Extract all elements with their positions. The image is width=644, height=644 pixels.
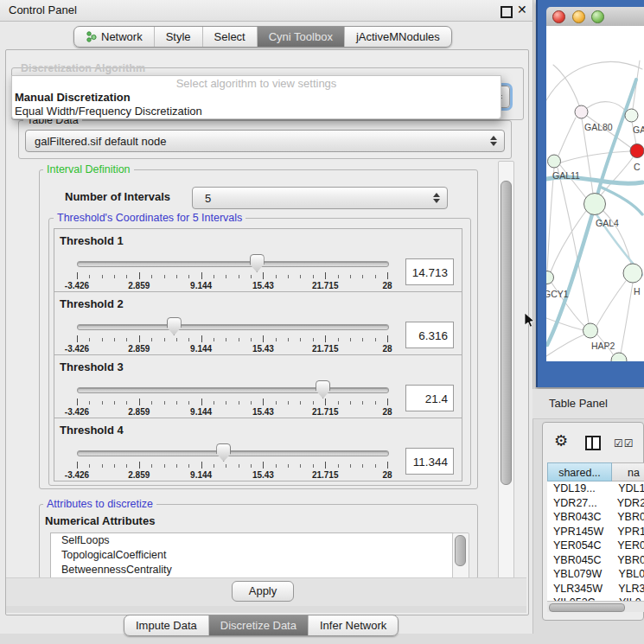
network-edge[interactable] <box>550 211 586 274</box>
table-row[interactable]: YPR145WYPR1 <box>547 525 644 539</box>
zoom-traffic-light[interactable] <box>591 10 604 23</box>
table-cell[interactable]: YBR045C <box>547 553 610 568</box>
table-cell[interactable]: YBL079W <box>547 567 612 582</box>
tab-cyni-toolbox[interactable]: Cyni Toolbox <box>257 27 344 47</box>
tab-impute-data[interactable]: Impute Data <box>124 615 208 635</box>
panel-scrollbar-thumb[interactable] <box>501 181 512 485</box>
slider-track[interactable] <box>77 261 389 267</box>
dropdown-option-manual[interactable]: Manual Discretization <box>12 91 501 105</box>
minimize-traffic-light[interactable] <box>572 10 585 23</box>
tab-network[interactable]: Network <box>74 27 154 47</box>
tab-style[interactable]: Style <box>154 27 202 47</box>
network-node[interactable] <box>546 271 554 284</box>
network-node[interactable] <box>584 194 606 215</box>
tab-infer-network[interactable]: Infer Network <box>308 615 398 635</box>
network-edge[interactable] <box>546 62 642 100</box>
table-cell[interactable]: YDR2 <box>610 496 644 511</box>
slider-handle[interactable] <box>216 443 231 462</box>
apply-button[interactable]: Apply <box>232 581 294 602</box>
table-cell[interactable]: YBL0 <box>612 567 644 582</box>
network-node[interactable] <box>611 353 627 361</box>
table-cell[interactable]: YER054C <box>547 539 610 553</box>
tick-mark <box>214 401 214 405</box>
tab-discretize-data[interactable]: Discretize Data <box>208 615 308 635</box>
table-cell[interactable]: YLR3 <box>611 582 644 596</box>
table-row[interactable]: YLR345WYLR3 <box>547 582 644 596</box>
table-row[interactable]: YBL079WYBL0 <box>547 567 644 582</box>
list-item[interactable]: BetweennessCentrality <box>51 563 453 577</box>
network-edge[interactable] <box>558 118 576 156</box>
table-cell[interactable]: YLR345W <box>547 582 611 596</box>
tick-mark <box>288 401 289 405</box>
table-hscrollbar-thumb[interactable] <box>549 603 625 612</box>
network-node[interactable] <box>623 264 642 283</box>
network-node[interactable] <box>625 109 638 122</box>
threshold-slider[interactable]: -3.426 2.859 9.144 15.43 21.715 28 <box>77 317 387 354</box>
threshold-value-field[interactable]: 21.4 <box>405 385 454 411</box>
column-header-shared[interactable]: shared... <box>547 462 612 481</box>
table-data-combobox[interactable]: galFiltered.sif default node <box>25 130 505 152</box>
table-row[interactable]: YDL19...YDL1 <box>547 481 644 496</box>
network-node[interactable] <box>548 155 561 168</box>
list-scrollbar[interactable] <box>452 532 469 579</box>
tab-select[interactable]: Select <box>202 27 257 47</box>
network-edge[interactable] <box>600 187 642 214</box>
table-cell[interactable]: YBR043C <box>547 510 610 525</box>
tab-jactivemnodules[interactable]: jActiveMNodules <box>344 27 451 47</box>
float-window-icon[interactable] <box>501 6 513 18</box>
network-edge[interactable] <box>546 318 583 330</box>
network-edge[interactable] <box>597 80 636 195</box>
table-cell[interactable]: YDR27... <box>547 496 610 511</box>
column-header-name[interactable]: na <box>612 462 644 481</box>
list-item[interactable]: TopologicalCoefficient <box>51 548 453 563</box>
network-edge[interactable] <box>596 281 626 326</box>
slider-ticks <box>77 462 387 469</box>
table-cell[interactable]: YPR1 <box>610 525 644 539</box>
dropdown-option-equal-width[interactable]: Equal Width/Frequency Discretization <box>12 105 501 118</box>
table-cell[interactable]: YDL1 <box>611 481 644 496</box>
network-node[interactable] <box>583 323 598 338</box>
slider-handle[interactable] <box>316 380 330 399</box>
gear-icon[interactable]: ⚙ <box>554 431 568 450</box>
checkbox-icons[interactable]: ☑☑ <box>614 437 634 450</box>
table-row[interactable]: YBR045CYBR0 <box>547 553 644 568</box>
table-cell[interactable]: YPR145W <box>547 525 610 539</box>
number-of-intervals-combobox[interactable]: 5 <box>192 187 448 209</box>
table-hscrollbar[interactable] <box>547 601 644 612</box>
close-traffic-light[interactable] <box>552 10 565 23</box>
network-edge[interactable] <box>587 102 626 112</box>
table-cell[interactable]: YBR0 <box>610 510 644 525</box>
split-pane-icon[interactable] <box>585 436 601 450</box>
table-data-combobox-value: galFiltered.sif default node <box>26 135 488 148</box>
list-item[interactable]: SelfLoops <box>51 533 453 548</box>
discretization-algorithm-title: Discretization Algorithm <box>17 62 149 74</box>
table-cell[interactable]: YER0 <box>610 539 644 553</box>
slider-track[interactable] <box>77 324 389 330</box>
tick-mark <box>102 464 103 468</box>
threshold-value-field[interactable]: 6.316 <box>405 322 454 348</box>
network-node[interactable] <box>575 105 588 118</box>
network-edge[interactable] <box>621 283 633 354</box>
threshold-slider[interactable]: -3.426 2.859 9.144 15.43 21.715 28 <box>77 380 387 417</box>
slider-handle[interactable] <box>250 254 265 272</box>
table-cell[interactable]: YBR0 <box>610 553 644 568</box>
network-canvas[interactable]: GAL80GACGAL11GAL4GCY1HHAP2 <box>546 26 644 361</box>
slider-track[interactable] <box>77 387 389 393</box>
threshold-slider[interactable]: -3.426 2.859 9.144 15.43 21.715 28 <box>77 443 387 480</box>
threshold-label: Threshold 4 <box>60 424 124 437</box>
panel-scrollbar[interactable] <box>498 161 514 607</box>
slider-track[interactable] <box>77 450 389 456</box>
close-icon[interactable]: ✕ <box>517 3 527 16</box>
table-row[interactable]: YER054CYER0 <box>547 539 644 553</box>
threshold-value-field[interactable]: 14.713 <box>405 258 454 285</box>
network-edge[interactable] <box>561 151 630 163</box>
table-row[interactable]: YBR043CYBR0 <box>547 510 644 525</box>
table-cell[interactable]: YDL19... <box>547 481 611 496</box>
network-node[interactable] <box>630 144 644 158</box>
table-row[interactable]: YDR27...YDR2 <box>547 496 644 511</box>
threshold-slider[interactable]: -3.426 2.859 9.144 15.43 21.715 28 <box>77 254 387 290</box>
list-scrollbar-thumb[interactable] <box>455 535 466 566</box>
slider-handle[interactable] <box>167 317 182 335</box>
threshold-value-field[interactable]: 11.344 <box>405 448 454 475</box>
dropdown-placeholder-item[interactable]: Select algorithm to view settings <box>12 77 501 91</box>
